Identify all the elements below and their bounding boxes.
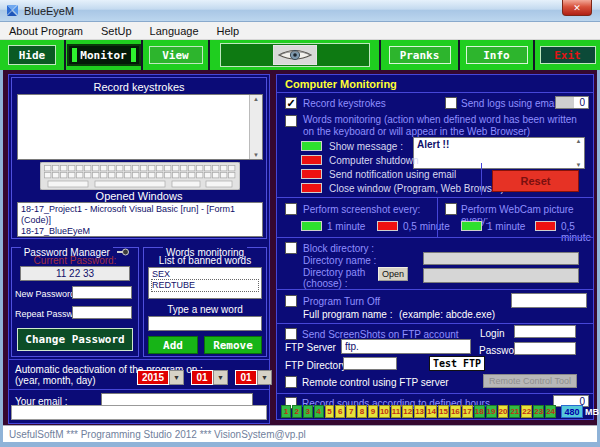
close-button[interactable]: ✕ [562,0,592,16]
hour-cell[interactable]: 14 [426,405,437,418]
hour-cell[interactable]: 16 [450,405,461,418]
computer-monitoring-panel: Computer Monitoring Record keystrokes Se… [276,74,594,420]
scroll-down-icon[interactable]: ▼ [576,162,582,168]
hour-cell[interactable]: 10 [379,405,390,418]
webcam-halfmin-chip[interactable] [535,221,556,231]
new-word-field[interactable] [148,316,262,331]
current-password-label: Current Password: [12,255,138,266]
message-scrollbar[interactable]: ▲▼ [573,138,584,168]
hide-button[interactable]: Hide [8,45,56,65]
screenshot-halfmin-chip[interactable] [377,221,398,231]
remote-control-checkbox[interactable] [285,376,297,388]
current-password-field[interactable] [20,266,130,281]
reset-button[interactable]: Reset [492,170,579,192]
hour-cell[interactable]: 4 [314,405,324,418]
scroll-up-icon[interactable]: ▲ [253,96,259,102]
send-logs-checkbox[interactable] [445,97,457,109]
opened-window-item[interactable]: 18-17_Project1 - Microsoft Visual Basic … [21,204,259,226]
close-window-led[interactable] [301,183,322,193]
show-message-led[interactable] [301,141,322,151]
month-select[interactable]: 01 ▼ [191,370,228,385]
add-word-button[interactable]: Add [148,336,198,354]
menu-language[interactable]: Language [141,24,208,38]
banned-words-list[interactable]: SEX REDTUBE [148,267,262,299]
day-select[interactable]: 01 ▼ [235,370,272,385]
scroll-up-icon[interactable]: ▲ [576,138,582,144]
monitor-right-bar [131,48,136,62]
hour-cell[interactable]: 23 [533,405,544,418]
year-dropdown-icon[interactable]: ▼ [169,370,184,385]
ftp-server-field[interactable] [341,339,471,354]
exit-button[interactable]: Exit [540,46,596,64]
opened-windows-list[interactable]: 18-17_Project1 - Microsoft Visual Basic … [17,202,263,237]
bottom-blank-field[interactable] [11,405,267,420]
screenshot-1min-chip[interactable] [301,221,322,231]
keystrokes-log-area[interactable]: ▲ ▼ [17,94,263,160]
ftp-directory-field[interactable] [343,357,397,370]
banned-word-item-selected[interactable]: REDTUBE [152,280,258,291]
view-button[interactable]: View [149,46,203,64]
keystrokes-scrollbar[interactable]: ▲ ▼ [249,95,262,159]
scroll-down-icon[interactable]: ▼ [253,152,259,158]
words-monitoring-checkbox[interactable] [285,115,297,127]
alert-message-field[interactable]: Alert !! [413,137,585,169]
hour-cell[interactable]: 9 [368,405,378,418]
menu-setup[interactable]: SetUp [92,24,141,38]
status-bar: UsefulSoftM *** Programming Studio 2012 … [3,425,597,442]
screenshot-checkbox[interactable] [285,203,297,215]
remove-word-button[interactable]: Remove [204,336,262,354]
hour-cell[interactable]: 21 [509,405,520,418]
info-button[interactable]: Info [466,46,528,64]
hour-cell[interactable]: 1 [281,405,291,418]
directory-path-field[interactable] [423,268,579,283]
hour-cell[interactable]: 24 [545,405,556,418]
remote-control-label: Remote control using FTP server [302,377,449,388]
hour-cell[interactable]: 22 [521,405,532,418]
hour-cell[interactable]: 8 [357,405,367,418]
opened-window-item[interactable]: 18-17_BlueEyeM [21,226,259,237]
open-button[interactable]: Open [378,267,408,281]
login-field[interactable] [514,325,576,338]
change-password-button[interactable]: Change Password [17,328,133,351]
title-bar[interactable]: BlueEyeM ✕ [0,0,600,22]
hour-cell[interactable]: 17 [462,405,473,418]
program-name-field[interactable] [511,293,587,308]
directory-name-field[interactable] [423,252,579,265]
hour-cell[interactable]: 11 [391,405,401,418]
hour-cell[interactable]: 5 [325,405,335,418]
status-text: UsefulSoftM *** Programming Studio 2012 … [9,429,306,440]
hour-cell[interactable]: 20 [498,405,509,418]
size-limit-field[interactable]: 480 [561,405,583,418]
ftp-screenshots-checkbox[interactable] [285,328,297,340]
hour-cell[interactable]: 3 [303,405,313,418]
year-select[interactable]: 2015 ▼ [137,370,184,385]
pranks-button[interactable]: Pranks [389,46,451,64]
hour-cell[interactable]: 7 [346,405,356,418]
ftp-password-field[interactable] [514,342,576,355]
new-password-field[interactable] [72,286,132,299]
send-notification-led[interactable] [301,169,322,179]
menu-about-program[interactable]: About Program [0,24,92,38]
hour-cell[interactable]: 12 [402,405,413,418]
program-turn-off-checkbox[interactable] [285,295,297,307]
repeat-password-field[interactable] [72,306,132,319]
webcam-checkbox[interactable] [445,203,457,215]
hour-cell[interactable]: 13 [414,405,425,418]
hour-cell[interactable]: 18 [474,405,485,418]
computer-shutdown-led[interactable] [301,155,322,165]
send-logs-count-field[interactable] [555,96,589,109]
directory-path-label: Directory path [303,267,365,278]
hour-cell[interactable]: 15 [438,405,449,418]
monitor-button[interactable]: Monitor [67,44,141,66]
menu-help[interactable]: Help [208,24,249,38]
block-directory-checkbox[interactable] [285,242,297,254]
banned-word-item[interactable]: SEX [152,269,258,280]
hour-cell[interactable]: 19 [486,405,497,418]
test-ftp-button[interactable]: Test FTP [429,356,485,371]
record-keystrokes-checkbox[interactable] [285,97,297,109]
day-dropdown-icon[interactable]: ▼ [257,370,272,385]
hour-cell[interactable]: 2 [292,405,302,418]
webcam-1min-chip[interactable] [461,221,482,231]
month-dropdown-icon[interactable]: ▼ [213,370,228,385]
hour-cell[interactable]: 6 [335,405,345,418]
